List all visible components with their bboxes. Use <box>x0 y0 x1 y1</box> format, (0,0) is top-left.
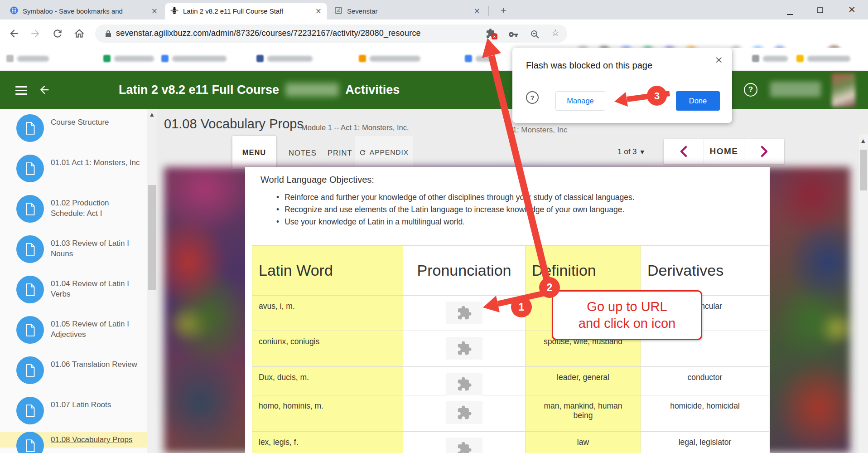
back-arrow-icon[interactable] <box>38 83 51 98</box>
bookmarks-bar <box>0 48 868 71</box>
pronunciation-cell[interactable] <box>403 432 526 453</box>
document-icon <box>16 316 44 344</box>
print-tab[interactable]: PRINT <box>328 149 352 157</box>
bookmark-item[interactable] <box>103 55 154 62</box>
url-text[interactable]: sevenstar.agilixbuzz.com/admin/87326/cou… <box>116 29 421 38</box>
help-icon[interactable]: ? <box>744 83 757 97</box>
main-content: 01.08 Vocabulary Props Module 1 -- Act 1… <box>157 109 868 453</box>
vocab-table: Latin Word Pronunciation Definition Deri… <box>252 245 769 453</box>
sidebar-item-0101[interactable]: 01.01 Act 1: Monsters, Inc <box>0 155 147 195</box>
sidebar-item-0102[interactable]: 01.02 Production Schedule: Act I <box>0 195 147 235</box>
lesson-nav: HOME <box>664 139 784 164</box>
notes-tab[interactable]: NOTES <box>289 149 317 157</box>
tab-close-icon[interactable]: × <box>474 7 480 15</box>
scroll-up-icon[interactable]: ▲ <box>861 138 865 144</box>
appendix-icon <box>359 149 366 156</box>
latin-word-cell: coniunx, coniugis <box>252 331 403 367</box>
tab-symbaloo[interactable]: Symbaloo - Save bookmarks and × <box>5 3 163 19</box>
content-scrollbar-thumb[interactable] <box>860 150 867 190</box>
scroll-up-icon[interactable]: ▲ <box>150 112 154 117</box>
lock-icon[interactable] <box>105 30 111 39</box>
dropdown-arrow-icon: ▼ <box>641 149 644 155</box>
flash-placeholder <box>446 438 482 453</box>
pronunciation-cell[interactable] <box>403 296 526 331</box>
app-title-suffix: Activities <box>345 83 400 97</box>
forward-icon[interactable] <box>29 28 41 41</box>
bookmark-item[interactable] <box>752 55 788 62</box>
bookmark-item[interactable] <box>6 55 49 62</box>
key-icon[interactable] <box>508 29 518 41</box>
sidebar-scrollbar-thumb[interactable] <box>148 185 156 290</box>
document-icon <box>16 195 44 223</box>
bee-favicon-icon <box>170 6 178 16</box>
puzzle-plugin-icon <box>457 376 472 392</box>
blocked-badge-icon: × <box>492 34 497 39</box>
url-toolbar: sevenstar.agilixbuzz.com/admin/87326/cou… <box>0 19 868 48</box>
reload-icon[interactable] <box>52 28 63 41</box>
tab-title: Latin 2 v8.2 e11 Full Course Staff <box>183 7 311 15</box>
page-title: 01.08 Vocabulary Props <box>164 117 304 132</box>
home-button[interactable]: HOME <box>704 139 744 164</box>
document-icon <box>16 235 44 263</box>
close-window-icon[interactable]: × <box>848 4 856 15</box>
puzzle-plugin-icon <box>457 405 472 420</box>
new-tab-button[interactable]: + <box>501 5 506 15</box>
bookmark-item[interactable] <box>796 55 850 62</box>
bookmark-item[interactable] <box>359 55 420 62</box>
appendix-tab[interactable]: APPENDIX <box>355 136 413 169</box>
document-icon <box>16 432 44 453</box>
popup-message: Flash was blocked on this page <box>526 60 652 71</box>
home-browser-icon[interactable] <box>73 28 85 41</box>
pronunciation-cell[interactable] <box>403 395 526 432</box>
sidebar-item-0104[interactable]: 01.04 Review of Latin I Verbs <box>0 276 147 316</box>
definition-cell: man, mankind, human being <box>526 395 641 432</box>
latin-word-cell: avus, i, m. <box>252 296 403 331</box>
sidebar-item-course-structure[interactable]: Course Structure <box>0 114 147 155</box>
bookmark-star-icon[interactable]: ☆ <box>551 27 559 38</box>
manage-button[interactable]: Manage <box>555 91 605 111</box>
latin-word-cell: homo, hominis, m. <box>252 395 403 432</box>
sidebar-item-0103[interactable]: 01.03 Review of Latin I Nouns <box>0 235 147 276</box>
minimize-icon[interactable] <box>787 9 793 17</box>
done-button[interactable]: Done <box>676 91 720 111</box>
app-header: Latin 2 v8.2 e11 Full Course Activities … <box>0 71 868 109</box>
pronunciation-cell[interactable] <box>403 367 526 395</box>
page-subtitle: Module 1 -- Act 1: Monsters, Inc. <box>301 123 409 132</box>
document-icon <box>16 114 44 142</box>
document-icon <box>16 276 44 303</box>
back-icon[interactable] <box>8 28 20 41</box>
sevenstar-favicon-icon <box>334 6 342 16</box>
document-icon <box>16 356 44 384</box>
flash-placeholder <box>446 373 482 395</box>
sidebar-item-0106[interactable]: 01.06 Translation Review <box>0 356 147 397</box>
tab-latin-course[interactable]: Latin 2 v8.2 e11 Full Course Staff × <box>165 3 327 19</box>
sidebar-item-0105[interactable]: 01.05 Review of Latin I Adjectives <box>0 316 147 356</box>
tab-close-icon[interactable]: × <box>315 7 322 15</box>
zoom-page-icon[interactable] <box>530 29 540 41</box>
popup-close-icon[interactable]: × <box>715 54 723 65</box>
prev-page-button[interactable] <box>664 139 704 164</box>
sidebar-item-0107[interactable]: 01.07 Latin Roots <box>0 397 147 437</box>
sidebar-item-0108-active[interactable]: 01.08 Vocabulary Props <box>0 432 147 448</box>
omnibox[interactable]: sevenstar.agilixbuzz.com/admin/87326/cou… <box>95 24 567 43</box>
tab-sevenstar[interactable]: Sevenstar × <box>329 3 486 19</box>
hamburger-menu-icon[interactable] <box>15 84 27 97</box>
user-avatar[interactable] <box>832 73 855 107</box>
symbaloo-favicon-icon <box>10 6 18 16</box>
definition-cell: law <box>526 432 641 453</box>
pronunciation-cell[interactable] <box>403 331 526 367</box>
popup-help-icon[interactable]: ? <box>526 91 539 104</box>
bookmark-item[interactable] <box>161 55 227 62</box>
bookmark-item[interactable] <box>256 55 313 62</box>
puzzle-plugin-icon <box>457 341 472 356</box>
menu-tab[interactable]: MENU <box>232 136 276 169</box>
maximize-icon[interactable] <box>817 7 823 15</box>
bookmark-item[interactable] <box>465 55 494 62</box>
page-selector[interactable]: 1 of 3 ▼ <box>617 147 644 156</box>
column-header: Latin Word <box>252 246 403 296</box>
tab-close-icon[interactable]: × <box>151 7 158 15</box>
derivatives-cell: legal, legislator <box>641 432 769 453</box>
chevron-right-icon <box>760 145 769 158</box>
next-page-button[interactable] <box>744 139 784 164</box>
flash-extension-icon[interactable]: × <box>486 28 497 41</box>
